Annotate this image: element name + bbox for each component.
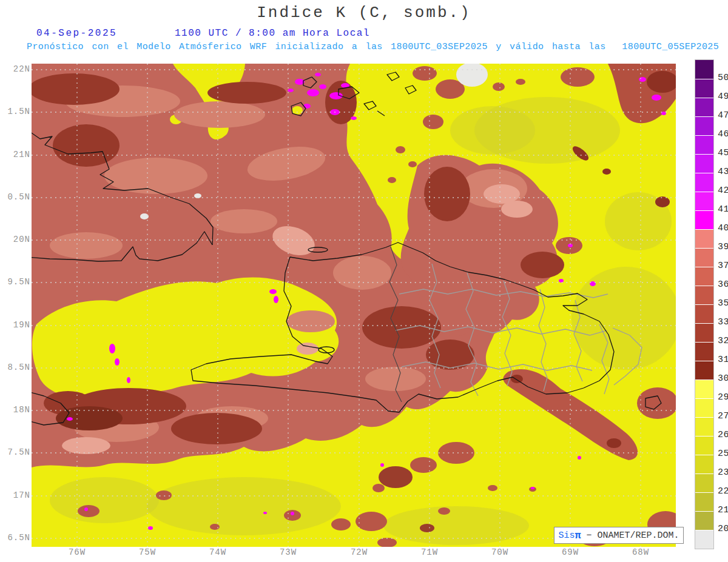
lat-label-18N: 18N	[2, 405, 30, 415]
colorbar-tick-36.5: 36.5	[718, 279, 728, 290]
forecast-date: 04-Sep-2025	[36, 28, 117, 39]
colorbar-tick-41.3: 41.3	[718, 204, 728, 215]
colorbar-tick-43.9: 43.9	[718, 167, 728, 177]
colorbar-tick-23.9: 23.9	[718, 467, 728, 478]
page-title: Indice K (C, somb.)	[0, 4, 728, 22]
lat-label-20N: 20N	[2, 235, 30, 244]
colorbar-segment-4	[695, 135, 713, 154]
colorbar-segment-7	[695, 192, 713, 210]
colorbar-segment-5	[695, 154, 713, 173]
lat-label-22N: 22N	[2, 64, 30, 74]
colorbar-tick-45.2: 45.2	[718, 148, 728, 158]
colorbar-segment-16	[695, 361, 713, 380]
colorbar-tick-39.1: 39.1	[718, 242, 728, 252]
colorbar-tick-49.1: 49.1	[718, 92, 728, 102]
lon-label-71W: 71W	[411, 547, 448, 557]
colorbar-segment-2	[695, 98, 713, 116]
lon-label-68W: 68W	[622, 547, 659, 557]
colorbar-tick-46.5: 46.5	[718, 129, 728, 139]
lat-label-6.5N: 6.5N	[2, 533, 30, 543]
colorbar-segment-3	[695, 116, 713, 135]
colorbar-legend	[695, 59, 714, 549]
colorbar-segment-9	[695, 229, 713, 248]
colorbar-segment-22	[695, 473, 713, 492]
colorbar-segment-0	[695, 60, 713, 79]
lat-label-0.5N: 0.5N	[2, 192, 30, 202]
colorbar-segment-6	[695, 173, 713, 192]
colorbar-segment-15	[695, 342, 713, 361]
colorbar-segment-13	[695, 304, 713, 323]
colorbar-tick-33.9: 33.9	[718, 317, 728, 327]
colorbar-tick-35.2: 35.2	[718, 298, 728, 309]
colorbar-tick-22.6: 22.6	[718, 486, 728, 497]
lat-label-1.5N: 1.5N	[2, 107, 30, 116]
colorbar-tick-21.3: 21.3	[718, 505, 728, 515]
sispi-logo-text: Sis	[558, 530, 575, 541]
colorbar-tick-31.3: 31.3	[718, 355, 728, 365]
colorbar-tick-20: 20	[718, 524, 728, 534]
map-area: 22N1.5N21N0.5N20N9.5N19N8.5N18N7.5N17N6.…	[32, 64, 676, 547]
attribution-box: Sisπ − ONAMET/REP.DOM.	[554, 527, 684, 544]
colorbar-segment-23	[695, 492, 713, 511]
attribution-text: − ONAMET/REP.DOM.	[581, 530, 679, 541]
colorbar-segment-25	[695, 530, 713, 549]
colorbar-tick-40: 40	[718, 223, 728, 233]
colorbar-segment-14	[695, 323, 713, 342]
colorbar-tick-47.8: 47.8	[718, 110, 728, 121]
colorbar-segment-17	[695, 380, 713, 398]
weather-forecast-page: { "header": { "title": "Indice K (C, som…	[0, 0, 728, 562]
colorbar-tick-27.8: 27.8	[718, 411, 728, 421]
colorbar-tick-50: 50	[718, 73, 728, 83]
lon-label-70W: 70W	[482, 547, 518, 557]
lon-label-72W: 72W	[341, 547, 377, 557]
lon-label-76W: 76W	[59, 547, 95, 557]
forecast-time: 1100 UTC / 8:00 am Hora Local	[175, 28, 370, 39]
colorbar-segment-10	[695, 248, 713, 267]
colorbar-tick-25.2: 25.2	[718, 449, 728, 459]
lat-label-21N: 21N	[2, 150, 30, 159]
colorbar-tick-37.8: 37.8	[718, 261, 728, 271]
colorbar-segment-18	[695, 398, 713, 417]
k-index-map-canvas	[32, 64, 676, 547]
colorbar-tick-32.6: 32.6	[718, 336, 728, 346]
colorbar-segment-1	[695, 79, 713, 98]
colorbar-segment-11	[695, 267, 713, 286]
colorbar-tick-42.6: 42.6	[718, 186, 728, 196]
colorbar-segment-20	[695, 436, 713, 455]
lat-label-17N: 17N	[2, 490, 30, 500]
colorbar-segment-21	[695, 455, 713, 473]
model-subtitle: Pronóstico con el Modelo Atmósferico WRF…	[27, 42, 718, 52]
colorbar-tick-30: 30	[718, 373, 728, 384]
colorbar-tick-29.1: 29.1	[718, 392, 728, 403]
lat-label-9.5N: 9.5N	[2, 277, 30, 287]
pi-symbol: π	[575, 531, 581, 540]
lon-label-69W: 69W	[552, 547, 588, 557]
colorbar-segment-8	[695, 210, 713, 229]
colorbar-segment-19	[695, 417, 713, 436]
colorbar-tick-26.5: 26.5	[718, 430, 728, 440]
lat-label-7.5N: 7.5N	[2, 447, 30, 457]
lon-label-74W: 74W	[200, 547, 236, 557]
colorbar-segment-12	[695, 286, 713, 304]
lon-label-73W: 73W	[270, 547, 306, 557]
lon-label-75W: 75W	[129, 547, 166, 557]
colorbar-segment-24	[695, 511, 713, 530]
lat-label-8.5N: 8.5N	[2, 363, 30, 372]
lat-label-19N: 19N	[2, 320, 30, 330]
